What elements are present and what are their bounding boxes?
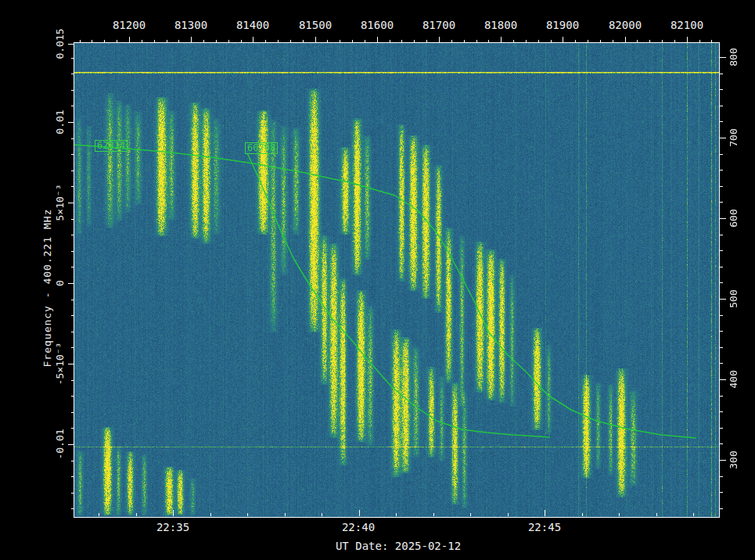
tick-label: 0.015 <box>54 28 66 59</box>
tick-mark <box>433 513 434 516</box>
tick-mark <box>365 40 365 43</box>
tick-mark <box>693 513 694 516</box>
tick-mark <box>71 347 74 348</box>
tick-mark <box>720 299 726 300</box>
tick-mark <box>71 493 74 494</box>
tick-mark <box>711 40 712 43</box>
tick-mark <box>71 154 74 155</box>
tick-mark <box>720 170 723 171</box>
tick-mark <box>476 40 477 43</box>
tick-mark <box>720 121 723 122</box>
tick-mark <box>71 267 74 267</box>
tick-mark <box>464 40 465 43</box>
tick-mark <box>129 37 130 43</box>
tick-label: 81400 <box>236 19 269 31</box>
tick-mark <box>508 513 509 516</box>
tick-mark <box>377 37 378 43</box>
tick-mark <box>71 235 74 235</box>
tick-mark <box>203 40 204 43</box>
tick-mark <box>278 40 279 43</box>
tick-mark <box>656 513 657 516</box>
tick-mark <box>71 219 74 220</box>
tick-label: 22:35 <box>156 521 189 533</box>
tick-label: 81800 <box>484 19 517 31</box>
tick-mark <box>401 40 402 43</box>
tick-label: 700 <box>728 128 739 146</box>
tick-mark <box>322 513 322 516</box>
tick-label: -5×10⁻³ <box>54 343 66 386</box>
tick-mark <box>142 40 142 43</box>
tick-mark <box>71 412 74 413</box>
tick-mark <box>71 251 74 252</box>
tick-mark <box>720 154 723 155</box>
tick-mark <box>136 513 137 516</box>
tick-mark <box>720 202 723 203</box>
tick-mark <box>625 37 626 43</box>
tick-label: -0.01 <box>54 429 66 459</box>
tick-mark <box>588 40 588 43</box>
tick-mark <box>167 40 167 43</box>
tick-mark <box>582 513 583 516</box>
tick-mark <box>92 40 92 43</box>
tick-label: 0.01 <box>54 109 66 134</box>
tick-mark <box>439 37 440 43</box>
tick-mark <box>470 513 471 516</box>
tick-mark <box>359 510 360 516</box>
tick-mark <box>720 250 723 251</box>
tick-mark <box>241 40 242 43</box>
spectrogram-figure: 8120081300814008150081600817008180081900… <box>0 0 755 560</box>
tick-mark <box>253 37 253 43</box>
tick-mark <box>720 218 726 219</box>
tick-mark <box>71 90 74 91</box>
tick-mark <box>71 380 74 381</box>
tick-mark <box>71 58 74 59</box>
tick-mark <box>414 40 415 43</box>
tick-mark <box>216 40 217 43</box>
tick-mark <box>720 460 726 461</box>
tick-mark <box>71 74 74 74</box>
tick-mark <box>68 203 74 203</box>
tick-label: 22:45 <box>528 521 561 533</box>
ut-date-label: UT Date: 2025-02-12 <box>336 540 461 552</box>
tick-mark <box>720 331 723 332</box>
tick-mark <box>720 443 723 444</box>
tick-mark <box>71 428 74 429</box>
tick-mark <box>513 40 514 43</box>
tick-mark <box>720 282 723 283</box>
tick-mark <box>720 74 723 74</box>
tick-mark <box>720 428 723 429</box>
tick-mark <box>68 444 74 445</box>
tick-mark <box>71 138 74 139</box>
tick-mark <box>720 508 723 509</box>
tick-mark <box>720 492 723 493</box>
tick-label: 82100 <box>671 19 703 31</box>
tick-mark <box>71 171 74 171</box>
tick-label: 81900 <box>546 19 579 31</box>
tick-mark <box>68 364 74 364</box>
tick-mark <box>720 476 723 477</box>
tick-mark <box>720 363 723 364</box>
tick-mark <box>80 40 81 43</box>
tick-label: 600 <box>728 209 739 227</box>
tick-mark <box>104 40 105 43</box>
tick-label: 81300 <box>174 19 207 31</box>
tick-mark <box>720 267 723 267</box>
tick-mark <box>674 40 675 43</box>
tick-label: 81500 <box>299 19 332 31</box>
tick-mark <box>720 57 726 58</box>
tick-label: 0 <box>54 280 66 286</box>
tick-label: 400 <box>728 370 739 388</box>
tick-mark <box>71 508 74 509</box>
tick-mark <box>720 379 726 380</box>
tick-label: 5×10⁻³ <box>54 185 66 221</box>
tick-mark <box>720 411 723 412</box>
tick-mark <box>71 106 74 106</box>
tick-mark <box>71 315 74 316</box>
tick-mark <box>247 513 248 516</box>
tick-mark <box>720 347 723 348</box>
tick-mark <box>191 37 192 43</box>
tick-mark <box>538 40 539 43</box>
tick-label: 300 <box>728 451 739 468</box>
tick-label: 500 <box>728 289 739 307</box>
tick-mark <box>71 396 74 397</box>
